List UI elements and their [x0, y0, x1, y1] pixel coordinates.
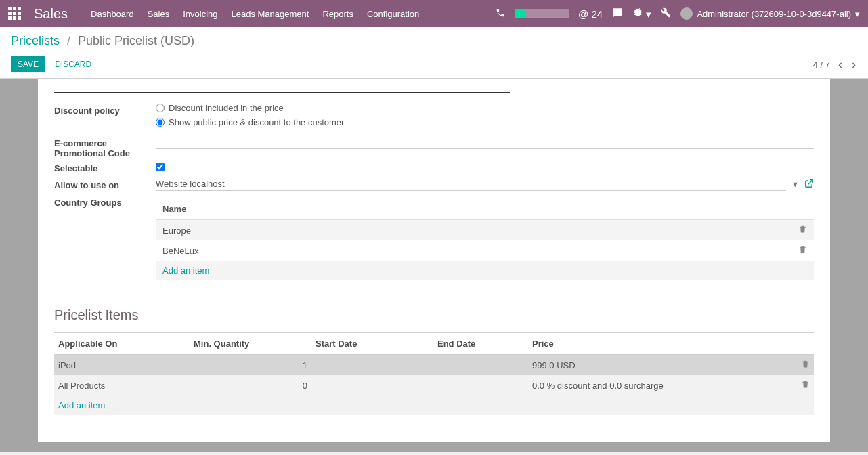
item-start-date [311, 355, 433, 376]
control-bar: Pricelists / Public Pricelist (USD) SAVE… [0, 27, 868, 79]
nav-leads[interactable]: Leads Management [231, 9, 309, 19]
progress-bar[interactable] [515, 9, 569, 18]
radio-show-public-label: Show public price & discount to the cust… [169, 117, 344, 127]
allow-use-input[interactable] [156, 177, 786, 191]
bug-icon[interactable]: ▾ [632, 7, 651, 20]
radio-discount-included-input[interactable] [156, 104, 165, 112]
brand[interactable]: Sales [34, 6, 68, 22]
ecom-code-value [156, 135, 814, 149]
country-group-name: BeNeLux [156, 240, 791, 261]
item-applicable-on: All Products [54, 375, 190, 395]
label-ecom-code: E-commerce Promotional Code [54, 135, 156, 158]
item-min-qty: 1 [190, 355, 311, 376]
pricelist-item-add-row: Add an item [54, 395, 814, 415]
nav-invoicing[interactable]: Invoicing [183, 9, 217, 19]
pricelist-item-row[interactable]: All Products 0 0.0 % discount and 0.0 su… [54, 375, 814, 395]
allow-use-caret-icon[interactable]: ▼ [791, 180, 799, 188]
chat-icon[interactable] [612, 7, 623, 20]
breadcrumb: Pricelists / Public Pricelist (USD) [11, 34, 857, 48]
item-end-date [433, 375, 528, 395]
form-sheet: Discount policy Discount included in the… [38, 79, 830, 442]
item-price: 0.0 % discount and 0.0 surcharge [528, 375, 795, 395]
allow-use-value: ▼ [156, 177, 814, 191]
nav-config[interactable]: Configuration [367, 9, 419, 19]
nav-dashboard[interactable]: Dashboard [91, 9, 134, 19]
pager-text: 4 / 7 [813, 60, 830, 70]
save-button[interactable]: SAVE [11, 56, 45, 72]
country-group-row[interactable]: BeNeLux [156, 240, 814, 261]
radio-show-public[interactable]: Show public price & discount to the cust… [156, 117, 814, 127]
add-country-group-link[interactable]: Add an item [162, 265, 209, 276]
navbar-right: @ 24 ▾ Administrator (372609-10-0-3d9447… [496, 7, 860, 20]
row-discount-policy: Discount policy Discount included in the… [54, 103, 814, 131]
row-allow-use: Allow to use on ▼ [54, 177, 814, 191]
radio-discount-included-label: Discount included in the price [169, 103, 284, 113]
nav-sales[interactable]: Sales [148, 9, 170, 19]
delete-pricelist-item[interactable] [795, 375, 814, 395]
phone-icon[interactable] [496, 8, 505, 20]
delete-country-group[interactable] [791, 220, 814, 241]
add-pricelist-item-link[interactable]: Add an item [58, 400, 105, 410]
label-allow-use: Allow to use on [54, 177, 156, 190]
main-area: Discount policy Discount included in the… [0, 79, 868, 452]
row-ecom-code: E-commerce Promotional Code [54, 135, 814, 158]
selectable-value [156, 162, 814, 173]
chevron-down-icon: ▾ [855, 9, 860, 19]
country-group-add-row: Add an item [156, 261, 814, 280]
country-group-name: Europe [156, 220, 791, 241]
external-link-icon[interactable] [804, 179, 814, 190]
col-min-qty: Min. Quantity [190, 333, 311, 355]
pricelist-item-row[interactable]: iPod 1 999.0 USD [54, 355, 814, 376]
row-country-groups: Country Groups Name Europe [54, 195, 814, 280]
col-start-date: Start Date [311, 333, 433, 355]
delete-country-group[interactable] [791, 240, 814, 261]
discard-button[interactable]: DISCARD [55, 60, 91, 69]
user-name: Administrator (372609-10-0-3d9447-all) [697, 9, 851, 19]
item-start-date [311, 375, 433, 395]
country-group-row[interactable]: Europe [156, 220, 814, 241]
col-end-date: End Date [433, 333, 528, 355]
item-price: 999.0 USD [528, 355, 795, 376]
radio-show-public-input[interactable] [156, 118, 165, 127]
nav-menu: Dashboard Sales Invoicing Leads Manageme… [91, 9, 496, 19]
user-menu[interactable]: Administrator (372609-10-0-3d9447-all) ▾ [680, 7, 860, 20]
label-discount-policy: Discount policy [54, 103, 156, 116]
country-groups-header-name: Name [156, 198, 791, 220]
breadcrumb-root[interactable]: Pricelists [11, 34, 60, 47]
pricelist-items-title: Pricelist Items [54, 307, 814, 323]
apps-icon[interactable] [8, 7, 22, 20]
row-selectable: Selectable [54, 162, 814, 173]
country-groups-table: Name Europe BeNeLux [156, 198, 814, 280]
navbar: Sales Dashboard Sales Invoicing Leads Ma… [0, 0, 868, 27]
breadcrumb-current: Public Pricelist (USD) [78, 34, 194, 47]
avatar-icon [680, 7, 693, 20]
selectable-checkbox[interactable] [156, 162, 165, 171]
ecom-code-input[interactable] [156, 135, 814, 149]
mentions-badge[interactable]: @ 24 [578, 8, 603, 20]
item-applicable-on: iPod [54, 355, 190, 376]
label-selectable: Selectable [54, 163, 156, 173]
pager-prev[interactable]: ‹ [837, 58, 844, 72]
col-applicable-on: Applicable On [54, 333, 190, 355]
form-separator [54, 92, 510, 93]
col-price: Price [528, 333, 795, 355]
radio-discount-included[interactable]: Discount included in the price [156, 103, 814, 113]
item-min-qty: 0 [190, 375, 311, 395]
pager: 4 / 7 ‹ › [813, 58, 857, 72]
country-groups-value: Name Europe BeNeLux [156, 195, 814, 280]
discount-policy-group: Discount included in the price Show publ… [156, 103, 814, 131]
nav-reports[interactable]: Reports [322, 9, 353, 19]
item-end-date [433, 355, 528, 376]
pager-next[interactable]: › [850, 58, 857, 72]
wrench-icon[interactable] [661, 7, 671, 20]
pricelist-items-table: Applicable On Min. Quantity Start Date E… [54, 332, 814, 415]
delete-pricelist-item[interactable] [795, 355, 814, 376]
label-country-groups: Country Groups [54, 195, 156, 208]
